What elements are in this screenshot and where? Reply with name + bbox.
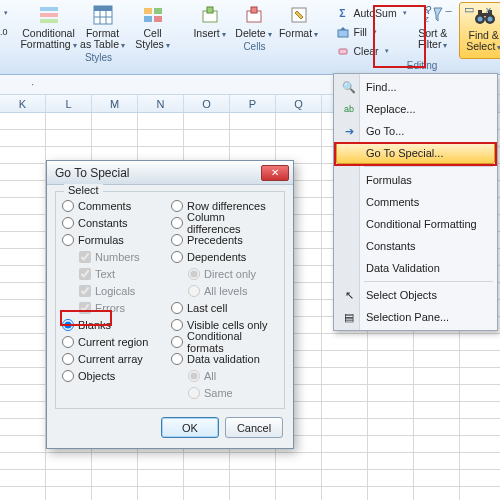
dialog-title: Go To Special [55, 166, 130, 180]
insert-icon [199, 4, 221, 26]
col-hdr[interactable]: O [184, 95, 230, 112]
svg-rect-8 [144, 8, 152, 14]
conditional-formatting-button[interactable]: ConditionalFormatting [24, 2, 74, 51]
svg-rect-17 [338, 30, 348, 37]
svg-rect-11 [154, 16, 162, 22]
cell-styles-icon [142, 4, 164, 26]
menu-selection-pane[interactable]: ▤Selection Pane... [336, 306, 495, 328]
sigma-icon: Σ [336, 6, 350, 20]
opt-dv[interactable]: Data validation [171, 351, 278, 366]
menu-comments[interactable]: Comments [336, 191, 495, 213]
currency-style[interactable]: ▾ [2, 4, 8, 21]
dialog-titlebar[interactable]: Go To Special ✕ [47, 161, 293, 185]
goto-special-dialog: Go To Special ✕ Select Comments Constant… [46, 160, 294, 449]
highlight-blanks [60, 310, 112, 326]
fill-button[interactable]: Fill▾ [336, 23, 407, 40]
svg-rect-2 [40, 19, 58, 23]
group-cells: Insert Delete Format Cells [184, 0, 326, 74]
opt-objects[interactable]: Objects [62, 368, 169, 383]
opt-comments[interactable]: Comments [62, 198, 169, 213]
conditional-formatting-icon [38, 4, 60, 26]
menu-conditional-formatting[interactable]: Conditional Formatting [336, 213, 495, 235]
opt-all-levels: All levels [188, 283, 278, 298]
opt-dependents[interactable]: Dependents [171, 249, 278, 264]
help-icon[interactable]: ? [421, 2, 436, 17]
menu-constants[interactable]: Constants [336, 235, 495, 257]
fill-icon [336, 25, 350, 39]
opt-current-array[interactable]: Current array [62, 351, 169, 366]
svg-rect-10 [144, 16, 152, 22]
menu-formulas[interactable]: Formulas [336, 169, 495, 191]
svg-rect-15 [251, 7, 257, 13]
col-hdr[interactable]: Q [276, 95, 322, 112]
menu-find[interactable]: 🔍Find... [336, 76, 495, 98]
svg-point-23 [477, 17, 482, 22]
delete-button[interactable]: Delete [234, 2, 274, 40]
minimize-icon[interactable]: – [441, 2, 456, 17]
menu-goto-special[interactable]: Go To Special... [336, 142, 495, 164]
col-hdr[interactable]: L [46, 95, 92, 112]
opt-logicals: Logicals [79, 283, 169, 298]
menu-goto[interactable]: ➔Go To... [336, 120, 495, 142]
opt-all: All [188, 368, 278, 383]
insert-button[interactable]: Insert [190, 2, 230, 40]
find-select-menu: 🔍Find... abReplace... ➔Go To... Go To Sp… [333, 73, 498, 331]
svg-rect-4 [94, 6, 112, 11]
select-fieldset: Select Comments Constants Formulas Numbe… [55, 191, 285, 409]
fieldset-legend: Select [64, 184, 103, 196]
cancel-button[interactable]: Cancel [225, 417, 283, 438]
delete-icon [243, 4, 265, 26]
window-controls: ? – ▭ × [421, 2, 496, 17]
goto-icon: ➔ [341, 123, 357, 139]
opt-precedents[interactable]: Precedents [171, 232, 278, 247]
autosum-button[interactable]: Σ AutoSum▾ [336, 4, 407, 21]
svg-rect-13 [207, 7, 213, 13]
col-hdr[interactable]: M [92, 95, 138, 112]
svg-rect-18 [339, 49, 347, 54]
svg-rect-9 [154, 8, 162, 14]
opt-text: Text [79, 266, 169, 281]
svg-point-24 [487, 17, 492, 22]
opt-last-cell[interactable]: Last cell [171, 300, 278, 315]
opt-same: Same [188, 385, 278, 400]
cell-styles-button[interactable]: CellStyles [132, 2, 174, 51]
replace-icon: ab [341, 101, 357, 117]
binoculars-small-icon: 🔍 [341, 79, 357, 95]
decimal-style[interactable]: .0 [0, 23, 8, 40]
format-button[interactable]: Format [278, 2, 320, 40]
col-hdr[interactable]: K [0, 95, 46, 112]
format-as-table-button[interactable]: Formatas Table [78, 2, 128, 51]
group-styles: ConditionalFormatting Formatas Table Cel… [18, 0, 180, 74]
opt-numbers: Numbers [79, 249, 169, 264]
dialog-close-icon[interactable]: ✕ [261, 165, 289, 181]
cursor-icon: ↖ [341, 287, 357, 303]
maximize-icon[interactable]: ▭ [461, 2, 476, 17]
menu-select-objects[interactable]: ↖Select Objects [336, 284, 495, 306]
opt-cf[interactable]: Conditional formats [171, 334, 278, 349]
opt-col-diff[interactable]: Column differences [171, 215, 278, 230]
close-icon[interactable]: × [481, 2, 496, 17]
opt-formulas[interactable]: Formulas [62, 232, 169, 247]
opt-current-region[interactable]: Current region [62, 334, 169, 349]
eraser-icon [336, 44, 350, 58]
col-hdr[interactable]: P [230, 95, 276, 112]
format-as-table-icon [92, 4, 114, 26]
opt-constants[interactable]: Constants [62, 215, 169, 230]
opt-direct-only: Direct only [188, 266, 278, 281]
clear-button[interactable]: Clear▾ [336, 42, 407, 59]
menu-data-validation[interactable]: Data Validation [336, 257, 495, 279]
menu-replace[interactable]: abReplace... [336, 98, 495, 120]
svg-rect-0 [40, 7, 58, 11]
col-hdr[interactable]: N [138, 95, 184, 112]
svg-rect-1 [40, 13, 58, 17]
pane-icon: ▤ [341, 309, 357, 325]
format-icon [288, 4, 310, 26]
ok-button[interactable]: OK [161, 417, 219, 438]
